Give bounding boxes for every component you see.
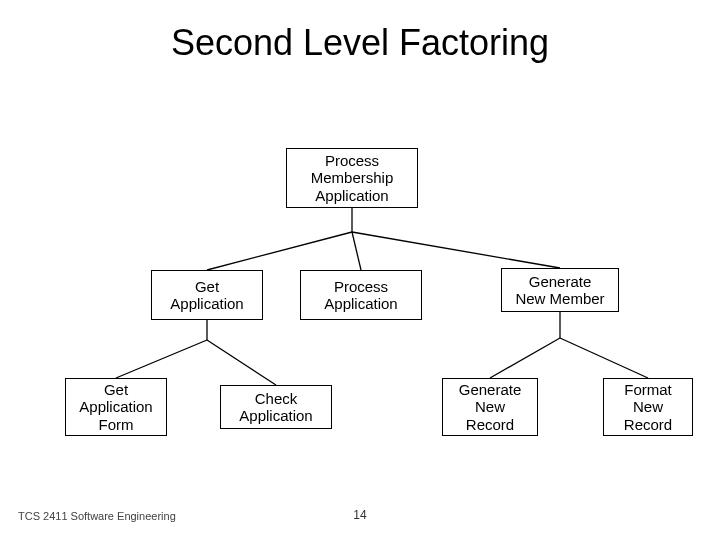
node-process-application-label: ProcessApplication (324, 278, 397, 313)
node-root: ProcessMembershipApplication (286, 148, 418, 208)
node-process-application: ProcessApplication (300, 270, 422, 320)
page-title: Second Level Factoring (0, 22, 720, 64)
node-get-application-form-label: GetApplicationForm (79, 381, 152, 433)
node-get-application-label: GetApplication (170, 278, 243, 313)
node-generate-new-member-label: GenerateNew Member (515, 273, 604, 308)
node-get-application-form: GetApplicationForm (65, 378, 167, 436)
node-format-new-record-label: FormatNewRecord (624, 381, 672, 433)
node-format-new-record: FormatNewRecord (603, 378, 693, 436)
node-generate-new-record: GenerateNewRecord (442, 378, 538, 436)
svg-line-1 (207, 232, 352, 270)
svg-line-5 (116, 340, 207, 378)
node-root-label: ProcessMembershipApplication (311, 152, 394, 204)
svg-line-9 (560, 338, 648, 378)
svg-line-6 (207, 340, 276, 385)
node-check-application: CheckApplication (220, 385, 332, 429)
node-generate-new-record-label: GenerateNewRecord (459, 381, 522, 433)
svg-line-8 (490, 338, 560, 378)
svg-line-3 (352, 232, 560, 268)
footer-course: TCS 2411 Software Engineering (18, 510, 176, 522)
node-check-application-label: CheckApplication (239, 390, 312, 425)
node-get-application: GetApplication (151, 270, 263, 320)
node-generate-new-member: GenerateNew Member (501, 268, 619, 312)
svg-line-2 (352, 232, 361, 270)
page-number: 14 (353, 508, 366, 522)
